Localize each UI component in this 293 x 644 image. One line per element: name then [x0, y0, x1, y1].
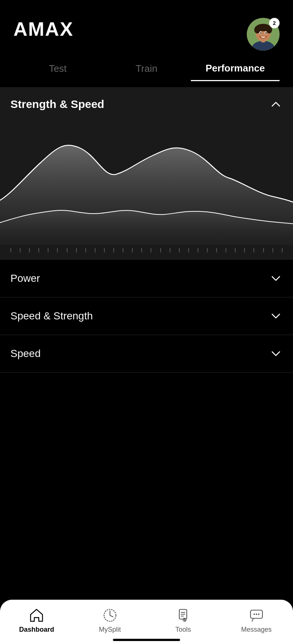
messages-label: Messages: [241, 626, 272, 634]
strength-speed-header[interactable]: Strength & Speed: [10, 98, 283, 111]
home-indicator: [113, 639, 180, 641]
notification-badge: 2: [269, 18, 280, 28]
chart-tick-marks: [10, 245, 283, 260]
header: AMAX: [0, 0, 293, 51]
nav-tools[interactable]: Tools: [146, 607, 220, 634]
nav-mysplit[interactable]: MySplit: [73, 607, 147, 634]
nav-dashboard[interactable]: Dashboard: [0, 607, 73, 634]
tab-test[interactable]: Test: [13, 63, 102, 81]
bottom-navigation: Dashboard MySplit Tools: [0, 600, 293, 644]
svg-point-15: [253, 613, 255, 615]
tab-train[interactable]: Train: [102, 63, 191, 81]
avatar-wrapper[interactable]: 2: [247, 18, 280, 51]
speed-strength-expand-button[interactable]: [269, 309, 283, 323]
speed-strength-title: Speed & Strength: [10, 310, 93, 322]
mysplit-icon: [102, 607, 118, 624]
tools-label: Tools: [175, 626, 191, 634]
strength-speed-section: Strength & Speed: [0, 87, 293, 260]
home-icon: [28, 607, 45, 624]
svg-point-5: [254, 26, 260, 34]
svg-point-16: [256, 613, 257, 615]
strength-speed-title: Strength & Speed: [10, 98, 104, 111]
power-section[interactable]: Power: [0, 260, 293, 297]
tab-bar: Test Train Performance: [0, 51, 293, 81]
speed-expand-button[interactable]: [269, 347, 283, 360]
speed-title: Speed: [10, 348, 41, 360]
tab-performance[interactable]: Performance: [191, 63, 280, 81]
tools-icon: [175, 607, 191, 624]
collapsed-sections: Power Speed & Strength Speed: [0, 260, 293, 373]
nav-messages[interactable]: Messages: [220, 607, 293, 634]
strength-speed-chart: [0, 118, 293, 245]
speed-section[interactable]: Speed: [0, 335, 293, 373]
svg-point-10: [265, 32, 267, 34]
dashboard-label: Dashboard: [19, 626, 54, 634]
svg-point-9: [260, 32, 262, 34]
power-expand-button[interactable]: [269, 272, 283, 285]
speed-strength-section[interactable]: Speed & Strength: [0, 297, 293, 335]
mysplit-label: MySplit: [99, 626, 121, 634]
app-logo: AMAX: [13, 18, 73, 40]
power-title: Power: [10, 272, 40, 284]
messages-icon: [248, 607, 265, 624]
collapse-button[interactable]: [269, 98, 283, 111]
svg-point-17: [258, 613, 259, 615]
